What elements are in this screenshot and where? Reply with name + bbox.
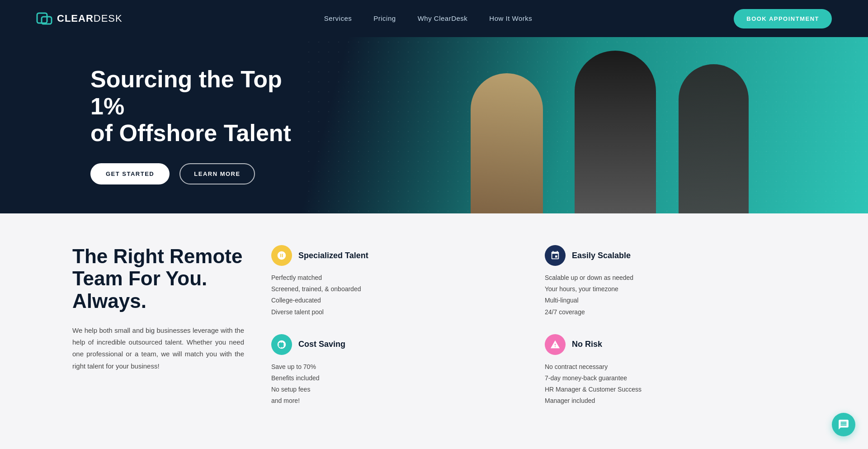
feature-list-item: and more! [271,395,522,406]
book-appointment-button[interactable]: BOOK APPOINTMENT [734,9,832,28]
features-title: The Right Remote Team For You. Always. [72,245,244,312]
hero-content: Sourcing the Top 1% of Offshore Talent G… [0,66,316,184]
feature-header-specialized-talent: Specialized Talent [271,245,522,266]
features-left: The Right Remote Team For You. Always. W… [72,245,244,372]
feature-icon-no-risk [545,334,566,355]
feature-list-cost-saving: Save up to 70%Benefits includedNo setup … [271,361,522,407]
feature-icon-easily-scalable [545,245,566,266]
nav-item-services[interactable]: Services [324,14,352,23]
person-center [575,51,656,213]
hero-people-illustration [417,37,868,213]
feature-list-item: Multi-lingual [545,295,796,306]
feature-list-item: Diverse talent pool [271,307,522,318]
feature-card-specialized-talent: Specialized TalentPerfectly matchedScree… [271,245,522,318]
feature-list-item: Perfectly matched [271,272,522,284]
feature-list-specialized-talent: Perfectly matchedScreened, trained, & on… [271,272,522,318]
nav-item-how[interactable]: How It Works [489,14,532,23]
nav-link-pricing[interactable]: Pricing [373,14,396,22]
nav-link-how[interactable]: How It Works [489,14,532,22]
features-section: The Right Remote Team For You. Always. W… [0,213,868,434]
nav-links: Services Pricing Why ClearDesk How It Wo… [324,14,532,23]
nav-link-why[interactable]: Why ClearDesk [418,14,468,22]
feature-name-cost-saving: Cost Saving [298,340,345,349]
feature-name-easily-scalable: Easily Scalable [572,251,631,260]
feature-list-easily-scalable: Scalable up or down as neededYour hours,… [545,272,796,318]
nav-item-why[interactable]: Why ClearDesk [418,14,468,23]
feature-name-specialized-talent: Specialized Talent [298,251,368,260]
feature-list-item: Benefits included [271,373,522,384]
feature-list-item: HR Manager & Customer Success [545,384,796,395]
features-grid: Specialized TalentPerfectly matchedScree… [271,245,796,407]
hero-image [417,37,868,213]
person-right [679,64,749,213]
hero-section: Sourcing the Top 1% of Offshore Talent G… [0,37,868,213]
feature-list-item: College-educated [271,295,522,306]
logo-text: CLEARDESK [57,13,123,24]
chat-bubble[interactable] [832,413,855,434]
feature-card-cost-saving: Cost SavingSave up to 70%Benefits includ… [271,334,522,407]
logo[interactable]: CLEARDESK [36,10,123,27]
learn-more-button[interactable]: LEARN MORE [179,163,255,184]
features-description: We help both small and big businesses le… [72,325,244,372]
feature-name-no-risk: No Risk [572,340,602,349]
hero-buttons: GET STARTED LEARN MORE [90,163,316,184]
person-left [471,73,543,213]
nav-link-services[interactable]: Services [324,14,352,22]
feature-list-no-risk: No contract necessary7-day money-back gu… [545,361,796,407]
feature-list-item: Scalable up or down as needed [545,272,796,284]
nav-item-pricing[interactable]: Pricing [373,14,396,23]
get-started-button[interactable]: GET STARTED [90,163,170,184]
feature-list-item: 7-day money-back guarantee [545,373,796,384]
feature-list-item: No setup fees [271,384,522,395]
feature-card-no-risk: No RiskNo contract necessary7-day money-… [545,334,796,407]
feature-list-item: 24/7 coverage [545,307,796,318]
feature-list-item: No contract necessary [545,361,796,373]
feature-list-item: Your hours, your timezone [545,284,796,295]
logo-icon [36,10,52,27]
feature-icon-cost-saving [271,334,292,355]
hero-title: Sourcing the Top 1% of Offshore Talent [90,66,316,147]
chat-icon [838,419,849,430]
feature-icon-specialized-talent [271,245,292,266]
feature-list-item: Manager included [545,395,796,406]
feature-card-easily-scalable: Easily ScalableScalable up or down as ne… [545,245,796,318]
navbar: CLEARDESK Services Pricing Why ClearDesk… [0,0,868,37]
feature-header-easily-scalable: Easily Scalable [545,245,796,266]
feature-header-no-risk: No Risk [545,334,796,355]
feature-header-cost-saving: Cost Saving [271,334,522,355]
feature-list-item: Screened, trained, & onboarded [271,284,522,295]
feature-list-item: Save up to 70% [271,361,522,373]
